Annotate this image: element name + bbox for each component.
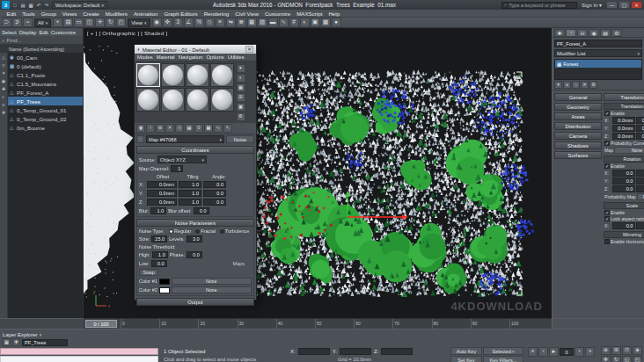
auto-key-button[interactable]: Auto Key: [450, 347, 482, 355]
toggle-layer-explorer-icon[interactable]: ▧: [258, 18, 267, 27]
render-production-icon[interactable]: ●: [332, 18, 341, 27]
bind-to-space-warp-icon[interactable]: ≈: [23, 18, 33, 27]
rollout-areas[interactable]: Areas: [554, 112, 602, 120]
edit-named-selection-sets-icon[interactable]: ≡: [216, 18, 225, 27]
rendered-frame-window-icon[interactable]: ▩: [321, 18, 331, 27]
configure-modifier-sets-icon[interactable]: ⚙: [589, 81, 597, 89]
menu-maxscript[interactable]: MAXScript: [294, 11, 326, 17]
go-to-end-button[interactable]: »: [585, 347, 595, 357]
map-channel-field[interactable]: 1: [171, 165, 183, 172]
backlight-icon[interactable]: ◐: [237, 74, 245, 83]
checkbox[interactable]: ✓: [604, 111, 610, 116]
render-setup-icon[interactable]: ▣: [311, 18, 320, 27]
tab-motion[interactable]: ◉: [589, 29, 599, 37]
color2-swatch[interactable]: [159, 287, 170, 293]
close-button[interactable]: ✕: [631, 1, 642, 9]
go-to-parent-icon[interactable]: ↖: [223, 124, 232, 133]
maxscript-mini-listener-pink[interactable]: [0, 348, 158, 355]
make-unique-icon[interactable]: ◇: [572, 81, 580, 89]
select-object-icon[interactable]: ⌖: [53, 18, 62, 27]
current-frame-field[interactable]: 0: [560, 348, 574, 356]
zoom-all-icon[interactable]: ⊞: [611, 346, 621, 355]
display-lights-icon[interactable]: ✶: [2, 70, 5, 76]
blur-offset-field[interactable]: 0.0: [194, 207, 209, 214]
mirror-icon[interactable]: ⇋: [226, 18, 236, 27]
material-sample-slot[interactable]: [161, 63, 185, 87]
min-field[interactable]: 0.0: [612, 222, 635, 229]
redo-icon[interactable]: ↷: [43, 2, 50, 9]
tab-utilities[interactable]: ⚙: [611, 29, 622, 37]
noise-high-field[interactable]: 1.0: [152, 251, 168, 258]
checkbox[interactable]: [604, 239, 610, 244]
select-and-link-icon[interactable]: ⊃: [2, 18, 11, 27]
scene-object-row[interactable]: △0_Temp_Ground_01: [8, 105, 83, 114]
coordinates-source-dropdown[interactable]: Object XYZ▾: [157, 156, 207, 163]
checkbox[interactable]: ✓: [604, 163, 610, 169]
checkbox[interactable]: ✓: [604, 216, 610, 221]
selection-set-dropdown[interactable]: Selected▾: [483, 347, 523, 355]
sample-tiling-icon[interactable]: ⊞: [237, 93, 245, 102]
angle-field[interactable]: 0.0: [203, 190, 226, 197]
tab-display[interactable]: ▤: [600, 29, 611, 37]
rollout-camera[interactable]: Camera: [554, 132, 602, 140]
scene-menu-customize[interactable]: Customize: [51, 30, 76, 35]
min-field[interactable]: 0.0mm: [612, 133, 635, 140]
assign-material-icon[interactable]: ⊕: [156, 124, 165, 133]
menu-graph-editors[interactable]: Graph Editors: [161, 11, 201, 17]
show-end-result-icon[interactable]: ≡: [563, 81, 571, 89]
walkthrough-icon[interactable]: ◰: [633, 356, 642, 362]
material-sample-slot[interactable]: [136, 88, 160, 112]
help-search-input[interactable]: ⌕Type a keyword or phrase: [501, 2, 577, 9]
align-icon[interactable]: ≣: [237, 18, 246, 27]
rollout-output[interactable]: Output: [136, 298, 254, 306]
menu-rendering[interactable]: Rendering: [201, 11, 232, 17]
get-material-icon[interactable]: ◉: [136, 124, 145, 133]
color1-swatch[interactable]: [159, 279, 170, 285]
transform-group-translation[interactable]: Translation: [604, 103, 644, 110]
window-crossing-toggle-icon[interactable]: ◫: [84, 18, 94, 27]
select-and-manipulate-icon[interactable]: ✜: [163, 18, 172, 27]
material-name-dropdown[interactable]: Map #47088▾: [146, 135, 224, 143]
video-color-check-icon[interactable]: ▣: [237, 103, 245, 112]
menu-views[interactable]: Views: [59, 11, 79, 17]
background-icon[interactable]: ▦: [237, 83, 245, 92]
options-icon[interactable]: ⚙: [237, 112, 245, 121]
menu-edit[interactable]: Edit: [4, 11, 19, 17]
scene-menu-display[interactable]: Display: [19, 30, 37, 35]
max-field[interactable]: 0.0mm: [636, 133, 644, 140]
transform-group-scale[interactable]: Scale: [604, 202, 644, 209]
scene-object-row[interactable]: △0_Temp_Ground_02: [8, 114, 83, 123]
color1-map-button[interactable]: None: [172, 278, 252, 285]
coordinate-z-field[interactable]: [381, 348, 413, 355]
rollout-geometry[interactable]: Geometry: [554, 103, 602, 111]
make-unique-icon[interactable]: ◇: [175, 124, 184, 133]
application-menu-button[interactable]: 3: [2, 1, 10, 9]
minimize-button[interactable]: —: [606, 1, 618, 9]
set-key-button[interactable]: Set Key: [450, 356, 482, 362]
schematic-view-icon[interactable]: #: [289, 18, 299, 27]
max-field[interactable]: 0.0: [636, 222, 644, 229]
object-name-field[interactable]: PF_Forest_A: [554, 40, 642, 47]
display-geometry-icon[interactable]: △: [2, 54, 5, 60]
viewport-label[interactable]: [ + ] [ Orthographic ] [ Shaded ]: [87, 30, 167, 36]
angle-snap-toggle-icon[interactable]: ∠: [184, 18, 194, 27]
scene-object-row[interactable]: ▦0 (default): [8, 62, 83, 70]
snaps-toggle-icon[interactable]: 3: [173, 18, 183, 27]
display-materials-icon[interactable]: ◐: [2, 94, 4, 99]
layer-explorer-title[interactable]: Layer Explorer▾: [3, 331, 41, 337]
noise-size-field[interactable]: 25.0: [151, 235, 167, 243]
me-menu-options[interactable]: Options: [206, 54, 223, 60]
noise-type-radio-turbulence[interactable]: Turbulence: [220, 228, 249, 234]
coordinate-x-field[interactable]: [298, 348, 330, 355]
pan-icon[interactable]: ✥: [601, 356, 611, 362]
add-to-layer-icon[interactable]: ✚: [12, 338, 20, 346]
current-layer-field[interactable]: PF_Trees: [22, 339, 68, 346]
modifier-list-dropdown[interactable]: Modifier List▾: [554, 49, 642, 57]
noise-low-field[interactable]: 0.0: [151, 260, 167, 267]
show-end-result-icon[interactable]: ∿: [214, 124, 223, 133]
offset-field[interactable]: 0.0mm: [147, 199, 177, 206]
reset-map-icon[interactable]: ✕: [165, 124, 174, 133]
rollout-distribution[interactable]: Distribution: [554, 122, 602, 130]
min-field[interactable]: 0.0: [612, 170, 635, 177]
scene-object-row[interactable]: △PF_Forest_A: [8, 88, 83, 97]
